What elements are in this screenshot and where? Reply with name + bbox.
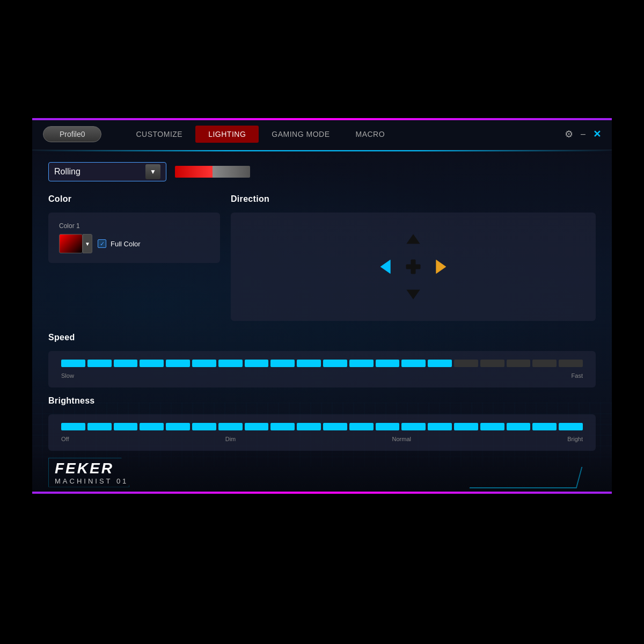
brightness-label-normal: Normal bbox=[392, 436, 411, 442]
minimize-button[interactable]: – bbox=[581, 130, 586, 138]
color-swatch bbox=[59, 234, 83, 253]
speed-segment-7 bbox=[245, 360, 269, 367]
brightness-segment-10 bbox=[323, 423, 347, 430]
full-color-checkbox-row[interactable]: ✓ Full Color bbox=[98, 239, 141, 248]
dir-down-button[interactable] bbox=[400, 280, 427, 307]
brightness-segment-0 bbox=[61, 423, 85, 430]
dir-left-button[interactable] bbox=[373, 253, 400, 280]
brightness-segment-6 bbox=[218, 423, 243, 430]
speed-slider-container: Slow Fast bbox=[48, 351, 596, 387]
brightness-segment-11 bbox=[349, 423, 374, 430]
speed-label-slow: Slow bbox=[61, 372, 74, 379]
speed-segment-15 bbox=[454, 360, 478, 367]
full-color-label: Full Color bbox=[111, 240, 141, 248]
color-swatch-container[interactable]: ▼ bbox=[59, 234, 92, 253]
bottom-glow-border bbox=[32, 492, 612, 494]
color-swatch-row: ▼ ✓ Full Color bbox=[59, 234, 209, 253]
tab-lighting[interactable]: LIGHTING bbox=[195, 126, 259, 143]
brightness-segment-5 bbox=[192, 423, 216, 430]
brightness-label-off: Off bbox=[61, 436, 69, 442]
profile-tab[interactable]: Profile0 bbox=[43, 126, 101, 142]
tab-macro[interactable]: MACRO bbox=[342, 126, 398, 143]
up-arrow-icon bbox=[404, 230, 423, 250]
speed-segment-17 bbox=[507, 360, 531, 367]
svg-marker-1 bbox=[380, 260, 390, 273]
speed-section: Speed Slow Fast bbox=[48, 333, 596, 387]
brand-subtitle: MACHINIST 01 bbox=[55, 477, 128, 485]
center-cross-icon bbox=[404, 257, 423, 276]
dir-empty-bottomleft bbox=[373, 280, 400, 307]
brightness-slider-container: Off Dim Normal Bright bbox=[48, 414, 596, 451]
speed-segment-19 bbox=[559, 360, 583, 367]
svg-marker-0 bbox=[406, 234, 420, 244]
svg-marker-5 bbox=[406, 290, 420, 299]
brightness-segment-15 bbox=[454, 423, 478, 430]
svg-rect-3 bbox=[406, 265, 421, 269]
brightness-slider[interactable] bbox=[61, 423, 583, 430]
direction-section-box bbox=[231, 213, 596, 321]
brightness-segment-9 bbox=[297, 423, 321, 430]
effect-dropdown[interactable]: Rolling ▼ bbox=[48, 162, 166, 181]
close-button[interactable]: ✕ bbox=[593, 129, 601, 139]
color1-label: Color 1 bbox=[59, 222, 209, 230]
brightness-segment-8 bbox=[270, 423, 295, 430]
speed-segment-8 bbox=[270, 360, 295, 367]
tab-customize[interactable]: CUSTOMIZE bbox=[123, 126, 195, 143]
speed-section-title: Speed bbox=[48, 333, 596, 342]
tab-gaming-mode[interactable]: GAMING MODE bbox=[259, 126, 342, 143]
nav-tabs: CUSTOMIZE LIGHTING GAMING MODE MACRO bbox=[123, 126, 565, 143]
brightness-segment-12 bbox=[376, 423, 400, 430]
brightness-segment-13 bbox=[401, 423, 426, 430]
brightness-segment-7 bbox=[245, 423, 269, 430]
speed-segment-6 bbox=[218, 360, 243, 367]
brightness-section-title: Brightness bbox=[48, 396, 596, 406]
speed-segment-4 bbox=[166, 360, 190, 367]
brightness-segment-16 bbox=[480, 423, 504, 430]
brightness-label-dim: Dim bbox=[225, 436, 236, 442]
brightness-segment-3 bbox=[140, 423, 164, 430]
dir-up-button[interactable] bbox=[400, 226, 427, 253]
brightness-segment-2 bbox=[114, 423, 138, 430]
speed-slider-labels: Slow Fast bbox=[61, 372, 583, 379]
speed-segment-14 bbox=[428, 360, 452, 367]
main-content: Rolling ▼ Color Color 1 bbox=[32, 151, 612, 470]
color-section-title: Color bbox=[48, 194, 220, 204]
speed-segment-13 bbox=[401, 360, 426, 367]
color-bar-red bbox=[175, 166, 213, 178]
effect-dropdown-value: Rolling bbox=[54, 167, 80, 177]
speed-segment-9 bbox=[297, 360, 321, 367]
dir-center bbox=[400, 253, 427, 280]
speed-slider[interactable] bbox=[61, 360, 583, 367]
brightness-slider-labels: Off Dim Normal Bright bbox=[61, 436, 583, 442]
right-arrow-icon bbox=[430, 257, 450, 276]
brightness-segment-1 bbox=[87, 423, 112, 430]
brightness-label-bright: Bright bbox=[567, 436, 583, 442]
settings-button[interactable]: ⚙ bbox=[565, 129, 573, 139]
speed-segment-5 bbox=[192, 360, 216, 367]
color-direction-row: Color Color 1 ▼ ✓ Full Color bbox=[48, 194, 596, 323]
brightness-segment-19 bbox=[559, 423, 583, 430]
speed-segment-11 bbox=[349, 360, 374, 367]
direction-pad-container bbox=[241, 222, 585, 311]
speed-label-fast: Fast bbox=[572, 372, 583, 379]
dir-right-button[interactable] bbox=[427, 253, 453, 280]
brightness-segment-4 bbox=[166, 423, 190, 430]
brightness-segment-17 bbox=[507, 423, 531, 430]
direction-column: Direction bbox=[231, 194, 596, 323]
swatch-dropdown-arrow: ▼ bbox=[83, 234, 92, 253]
color-section-box: Color 1 ▼ ✓ Full Color bbox=[48, 213, 220, 263]
brightness-segment-18 bbox=[532, 423, 557, 430]
speed-segment-1 bbox=[87, 360, 112, 367]
effect-row: Rolling ▼ bbox=[48, 162, 596, 181]
window-controls: ⚙ – ✕ bbox=[565, 129, 601, 139]
color-gradient-bar bbox=[175, 164, 250, 179]
left-arrow-icon bbox=[377, 257, 396, 276]
svg-marker-4 bbox=[436, 260, 446, 273]
direction-pad bbox=[373, 226, 453, 307]
speed-segment-12 bbox=[376, 360, 400, 367]
speed-segment-0 bbox=[61, 360, 85, 367]
dir-empty-topleft bbox=[373, 226, 400, 253]
direction-section-title: Direction bbox=[231, 194, 596, 204]
speed-segment-3 bbox=[140, 360, 164, 367]
color-column: Color Color 1 ▼ ✓ Full Color bbox=[48, 194, 220, 323]
